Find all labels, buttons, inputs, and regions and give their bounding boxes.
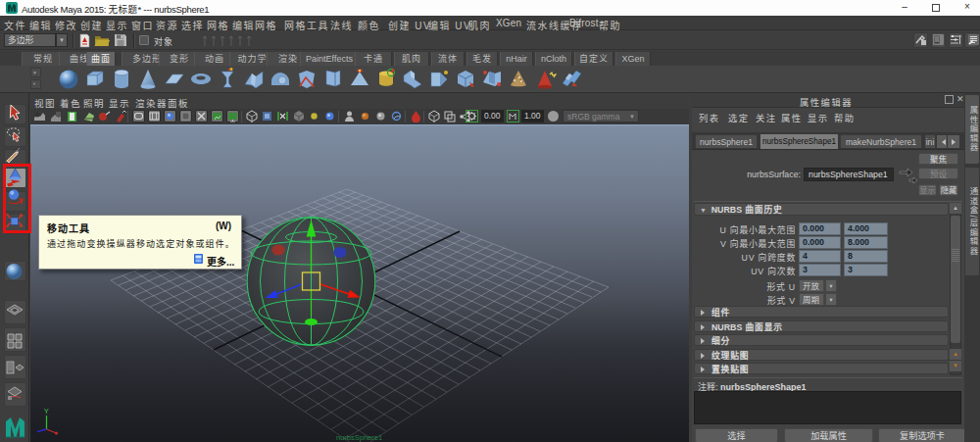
svg-text:nurbsSphere1: nurbsSphere1 xyxy=(336,433,382,442)
svg-text:Y: Y xyxy=(44,408,49,415)
